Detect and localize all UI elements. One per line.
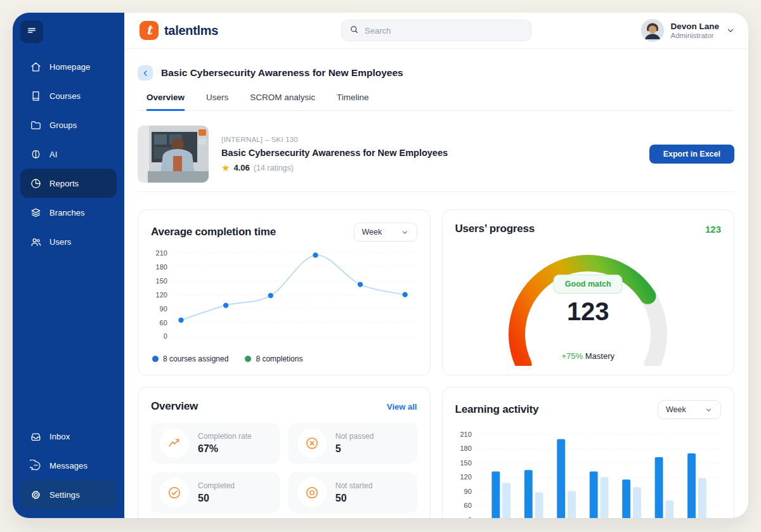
svg-text:90: 90 <box>160 305 167 313</box>
sidebar-item-inbox[interactable]: Inbox <box>20 422 117 451</box>
tab-scrom-analysic[interactable]: SCROM analysic <box>250 93 315 111</box>
stat-label: Completed <box>198 481 235 490</box>
view-all-link[interactable]: View all <box>387 402 417 412</box>
users-progress-card: Users’ progress 123 Good match 123 +75% … <box>442 209 735 375</box>
sidebar-item-homepage[interactable]: Homepage <box>20 52 117 81</box>
circle-check-icon <box>160 478 189 507</box>
legend-dot-green <box>245 356 251 362</box>
star-icon: ★ <box>221 163 230 172</box>
sidebar-item-label: Messages <box>49 461 88 470</box>
gauge-footer: +75% Mastery <box>455 351 722 361</box>
sidebar-bottom-nav: Inbox Messages Settings <box>13 422 124 509</box>
gauge-value: 123 <box>455 297 722 326</box>
course-thumbnail <box>138 126 209 183</box>
user-menu[interactable]: Devon Lane Administrator <box>641 19 736 42</box>
sidebar-item-users[interactable]: Users <box>20 227 117 256</box>
card-title: Users’ progress <box>455 223 535 235</box>
course-rating: ★ 4.06 (14 ratings) <box>221 163 637 172</box>
user-role: Administrator <box>670 32 719 39</box>
course-summary: [INTERNAL] – SKI 130 Basic Cybersecurity… <box>138 126 734 183</box>
sidebar: Homepage Courses Groups AI Reports Branc… <box>13 13 124 518</box>
sidebar-item-label: Branches <box>49 208 85 217</box>
stat-value: 50 <box>198 493 235 504</box>
card-title: Overview <box>151 400 198 413</box>
stat-not-started: Not started 50 <box>289 472 417 513</box>
brand-wordmark: talentlms <box>164 23 218 38</box>
circle-x-icon <box>297 429 327 458</box>
stat-label: Not passed <box>335 432 374 441</box>
layers-icon <box>29 206 42 219</box>
tab-overview[interactable]: Overview <box>146 93 185 111</box>
legend-label: 8 courses assigned <box>163 354 228 363</box>
users-icon <box>29 235 42 248</box>
brain-icon <box>29 148 42 160</box>
line-chart: 21018015012090600 <box>151 248 417 352</box>
sidebar-item-label: Settings <box>49 490 80 500</box>
user-name: Devon Lane <box>670 22 719 32</box>
status-badge: Good match <box>554 275 623 294</box>
sidebar-item-branches[interactable]: Branches <box>20 198 117 227</box>
sidebar-item-label: Homepage <box>49 62 90 72</box>
period-select[interactable]: Week <box>354 223 417 242</box>
user-info: Devon Lane Administrator <box>670 22 719 40</box>
search-input[interactable]: Search <box>341 20 531 41</box>
sidebar-item-ai[interactable]: AI <box>20 139 117 169</box>
page-content: Basic Cybersecurity Awareness for New Em… <box>124 49 748 518</box>
sidebar-item-groups[interactable]: Groups <box>20 110 117 139</box>
sidebar-item-settings[interactable]: Settings <box>20 480 117 509</box>
sidebar-item-label: Groups <box>49 120 77 130</box>
sidebar-item-label: Reports <box>49 179 79 188</box>
svg-text:180: 180 <box>156 263 167 271</box>
legend-item: 8 completions <box>245 354 302 363</box>
sidebar-item-label: AI <box>49 150 57 159</box>
svg-text:60: 60 <box>464 502 471 509</box>
tab-timeline[interactable]: Timeline <box>337 93 369 111</box>
stat-value: 50 <box>335 493 373 504</box>
book-icon <box>29 89 42 102</box>
bar-chart: 21018015012090600 <box>455 429 722 518</box>
legend-dot-blue <box>152 356 159 362</box>
stat-label: Completion rate <box>198 432 252 441</box>
main-area: t talentlms Search Devon Lane Administra… <box>124 13 748 518</box>
trend-up-icon <box>160 429 189 458</box>
card-title: Average completion time <box>151 226 276 238</box>
overview-stats-card: Overview View all Completion rate 67% <box>138 387 431 518</box>
period-select[interactable]: Week <box>658 400 721 419</box>
sidebar-item-messages[interactable]: Messages <box>20 451 117 480</box>
svg-text:150: 150 <box>156 277 167 285</box>
sidebar-item-reports[interactable]: Reports <box>20 169 117 198</box>
legend-item: 8 courses assigned <box>152 354 228 363</box>
back-button[interactable] <box>138 65 153 81</box>
tab-users[interactable]: Users <box>206 93 228 111</box>
sidebar-item-courses[interactable]: Courses <box>20 81 117 110</box>
rating-count: (14 ratings) <box>254 164 294 172</box>
home-icon <box>29 60 42 73</box>
mastery-label: Mastery <box>585 351 615 361</box>
course-title: Basic Cybersecurity Awareness for New Em… <box>221 148 637 158</box>
hamburger-icon <box>26 25 37 39</box>
chevron-down-icon <box>705 406 713 414</box>
card-title: Learning activity <box>455 403 539 416</box>
chevron-down-icon <box>401 228 409 237</box>
svg-text:180: 180 <box>460 444 471 452</box>
sidebar-item-label: Courses <box>49 91 81 101</box>
breadcrumb: Basic Cybersecurity Awareness for New Em… <box>138 65 734 81</box>
export-excel-button[interactable]: Export in Excel <box>649 145 734 164</box>
brand-logo[interactable]: t talentlms <box>140 21 218 40</box>
search-placeholder: Search <box>365 26 391 36</box>
circle-stop-icon <box>297 478 327 507</box>
avatar <box>641 19 664 42</box>
stat-value: 67% <box>198 443 252 455</box>
legend-label: 8 completions <box>256 354 302 363</box>
menu-toggle-button[interactable] <box>20 20 43 43</box>
stat-completed: Completed 50 <box>151 472 280 513</box>
mastery-percent: +75% <box>562 351 583 361</box>
app-window: Homepage Courses Groups AI Reports Branc… <box>13 13 748 518</box>
svg-text:150: 150 <box>460 459 471 467</box>
svg-text:120: 120 <box>460 473 471 481</box>
rating-value: 4.06 <box>233 163 249 172</box>
svg-text:120: 120 <box>156 291 167 299</box>
gear-icon <box>29 488 42 501</box>
chart-legend: 8 courses assigned 8 completions <box>151 352 417 367</box>
completion-time-card: Average completion time Week 21018015012… <box>138 209 431 375</box>
